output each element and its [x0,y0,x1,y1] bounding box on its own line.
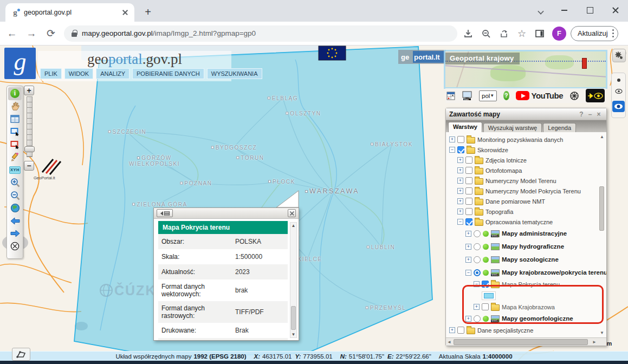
zoom-in-tool[interactable] [8,177,22,190]
help-icon[interactable]: ? [503,91,509,100]
layer-checkbox[interactable] [465,177,472,184]
collapse-icon[interactable]: − [465,270,471,276]
zoom-slider-handle[interactable] [24,146,35,152]
layer-label[interactable]: Mapy sozologiczne [502,256,559,263]
minimap-banner[interactable]: Geoportal krajowy [445,51,606,87]
tree-row[interactable]: −Mapy krajobrazowe/pokrycia terenu [446,266,606,279]
layer-radio[interactable] [474,230,481,237]
attribute-table-tool[interactable] [8,113,22,126]
layer-radio[interactable] [474,243,481,250]
menu-wyszukiwania[interactable]: WYSZUKIWANIA [207,68,262,79]
clear-selection-tool[interactable] [8,240,22,253]
next-view-tool[interactable] [8,227,22,240]
layer-checkbox[interactable] [465,208,472,215]
layer-label[interactable]: Ortofotomapa [485,167,522,174]
layer-radio[interactable] [474,269,481,276]
layer-label[interactable]: Numeryczny Model Pokrycia Terenu [485,188,581,194]
tree-row[interactable]: +Ortofotomapa [446,165,606,176]
url-text[interactable]: mapy.geoportal.gov.pl/imap/Imgp_2.html?g… [82,29,256,37]
reload-icon[interactable]: ⟳ [43,26,59,41]
expand-icon[interactable]: + [457,157,463,163]
layer-checkbox[interactable] [465,167,472,174]
layer-label[interactable]: Dane pomiarowe NMT [485,198,545,205]
scroll-left-icon[interactable]: ◄ [446,340,452,344]
expand-icon[interactable]: + [457,178,463,184]
expand-icon[interactable]: + [465,231,471,237]
share-icon[interactable] [497,27,511,41]
table-icon[interactable] [446,92,455,100]
measure-tool-button[interactable] [12,348,30,361]
expand-icon[interactable]: + [449,327,455,333]
layer-checkbox[interactable] [457,327,464,334]
previous-view-tool[interactable] [8,214,22,227]
layer-label[interactable]: Mapy administracyjne [502,230,567,237]
tab-close-icon[interactable] [121,9,129,16]
scrollbar-thumb[interactable] [291,306,296,330]
full-extent-tool[interactable] [8,202,22,215]
panel-titlebar[interactable]: Zawartość mapy ? – × [446,108,606,120]
layer-label[interactable]: Topografia [485,209,513,215]
panel-close-button[interactable]: × [594,110,603,118]
layer-label[interactable]: Monitoring pozyskiwania danych [477,136,563,143]
settings-gear-button[interactable] [612,49,626,62]
side-panel-icon[interactable] [533,27,547,41]
profile-avatar[interactable]: F [552,27,566,41]
popup-vertical-scrollbar[interactable]: ▲ ▼ [290,222,297,338]
collapse-icon[interactable]: − [449,147,455,153]
window-minimize-button[interactable] [552,0,577,21]
expand-icon[interactable]: + [465,257,471,263]
window-maximize-button[interactable] [578,0,603,21]
draw-tool[interactable] [8,151,22,164]
tree-row[interactable]: +Mapy administracyjne [446,227,606,240]
wms-icon[interactable]: WMS [462,91,472,100]
pan-tool[interactable] [8,100,22,113]
expand-icon[interactable]: + [465,244,471,250]
eye-outline-icon[interactable] [615,89,623,94]
layer-checkbox[interactable] [465,187,472,194]
layer-label[interactable]: Dane specjalistyczne [477,327,533,334]
layer-checkbox[interactable] [465,198,472,205]
tree-row[interactable]: −Skorowidze [446,145,606,155]
layer-label[interactable]: Skorowidze [477,147,508,153]
zoom-lens-icon[interactable] [479,27,493,41]
geoportal-logo[interactable]: g [4,48,36,79]
address-bar[interactable]: mapy.geoportal.gov.pl/imap/Imgp_2.html?g… [64,25,457,42]
scrollbar-thumb[interactable] [599,186,604,231]
youtube-button[interactable]: YouTube [516,91,563,100]
zoom-minus-button[interactable]: − [24,161,34,171]
tab-legenda[interactable]: Legenda [543,123,576,132]
popup-close-button[interactable] [288,209,296,217]
download-icon[interactable] [461,27,475,41]
tab-search-chevron-icon[interactable] [538,9,544,13]
browser-tab[interactable]: g geoportal.gov.pl [5,3,134,22]
layer-checkbox[interactable] [465,218,472,225]
popup-titlebar[interactable] [154,208,299,219]
browser-update-button[interactable]: Aktualizuj [571,26,618,41]
coordinates-xyh-tool[interactable]: XYH [8,164,22,177]
small-dot-icon[interactable] [617,79,620,82]
tree-row[interactable]: +Monitoring pozyskiwania danych [446,134,606,145]
new-tab-button[interactable]: + [142,6,154,18]
layer-label[interactable]: Mapy krajobrazowe/pokrycia terenu [502,269,606,276]
scrollbar-thumb[interactable] [454,339,588,345]
expand-icon[interactable]: + [457,167,463,173]
menu-widok[interactable]: WIDOK [64,68,93,79]
wheel-icon[interactable] [569,91,579,101]
lock-icon[interactable] [72,30,77,37]
menu-plik[interactable]: PLIK [40,68,62,79]
back-icon[interactable]: ← [4,26,20,41]
panel-minimize-button[interactable]: – [586,110,594,118]
forward-icon[interactable]: → [24,26,39,41]
panel-help-button[interactable]: ? [577,110,586,118]
tree-row[interactable]: +Dane pomiarowe NMT [446,196,606,206]
tree-row[interactable]: −Opracowania tematyczne [446,217,606,227]
layer-visibility-stack[interactable] [611,73,626,118]
back-to-list-button[interactable] [157,209,173,217]
collapse-icon[interactable]: − [457,219,463,225]
tree-row[interactable]: +Mapy hydrograficzne [446,240,606,253]
zoom-plus-button[interactable]: + [24,86,34,95]
tree-row[interactable]: +Zdjęcia lotnicze [446,155,606,165]
bookmark-star-icon[interactable]: ☆ [515,27,529,41]
scroll-up-icon[interactable]: ▲ [599,134,605,139]
browser-menu-icon[interactable] [612,29,614,38]
